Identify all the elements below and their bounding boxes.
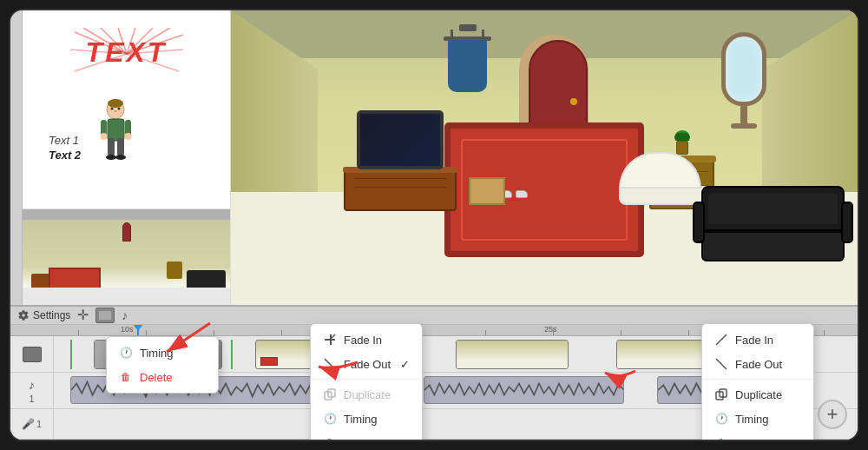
svg-point-14 bbox=[111, 108, 114, 110]
coat-rack bbox=[444, 36, 491, 41]
thumb-floor bbox=[23, 288, 230, 305]
svg-point-16 bbox=[115, 110, 117, 112]
crate bbox=[469, 177, 505, 205]
clip-marker-1 bbox=[70, 340, 72, 369]
ruler-label-10s: 10s bbox=[121, 325, 134, 334]
context-menu-left: 🕐 Timing 🗑 Delete bbox=[106, 336, 219, 394]
svg-point-23 bbox=[125, 133, 132, 140]
context-menu-mid: Fade In Fade Out Duplicate 🕐 bbox=[310, 323, 423, 441]
plant bbox=[674, 130, 690, 155]
clip-marker-2 bbox=[231, 340, 233, 369]
fadeout-icon-mid bbox=[323, 357, 337, 371]
add-button[interactable]: + bbox=[818, 400, 847, 429]
track-controls-mic: 🎤 1 bbox=[10, 409, 54, 439]
svg-line-32 bbox=[716, 334, 727, 345]
thumb-door bbox=[122, 222, 131, 242]
trash-icon-left: 🗑 bbox=[119, 370, 133, 384]
svg-line-29 bbox=[325, 359, 335, 369]
room-scene bbox=[231, 10, 858, 305]
audio-level-label: 1 bbox=[30, 394, 35, 404]
bench bbox=[619, 152, 714, 205]
menu-item-delete-mid[interactable]: 🗑 Delete bbox=[311, 431, 422, 441]
timeline-area: Settings ✛ ♪ bbox=[10, 305, 858, 440]
svg-rect-18 bbox=[108, 138, 115, 156]
menu-item-fadein-right[interactable]: Fade In bbox=[702, 328, 813, 352]
thumb-sofa bbox=[187, 270, 226, 289]
mic-icon: 🎤 bbox=[22, 418, 35, 430]
menu-item-timing-left[interactable]: 🕐 Timing bbox=[107, 341, 218, 365]
svg-rect-17 bbox=[108, 119, 124, 141]
context-menu-right: Fade In Fade Out Duplicate 🕐 bbox=[701, 323, 814, 441]
svg-point-13 bbox=[108, 99, 123, 108]
mic-level: 1 bbox=[36, 420, 42, 429]
clock-icon-mid: 🕐 bbox=[323, 412, 337, 426]
track-controls-scene bbox=[10, 336, 54, 372]
menu-item-delete-right[interactable]: 🗑 Delete bbox=[702, 431, 813, 441]
tv-stand-group bbox=[344, 169, 457, 211]
ruler-label-25s: 25s bbox=[544, 325, 557, 334]
waveform-clip-2[interactable] bbox=[424, 376, 625, 404]
menu-item-fadeout-right[interactable]: Fade Out bbox=[702, 352, 813, 376]
sidebar-thumbnail[interactable] bbox=[23, 209, 230, 305]
scene-track-icon bbox=[23, 347, 42, 362]
timeline-tracks: ♪ 1 bbox=[10, 336, 858, 440]
thumb-rug bbox=[49, 268, 101, 289]
sofa bbox=[701, 186, 845, 261]
trash-icon-mid: 🗑 bbox=[323, 436, 337, 441]
text-title-label: TEXT bbox=[40, 36, 213, 69]
waveform-svg-2 bbox=[424, 377, 624, 403]
audio-tool[interactable]: ♪ bbox=[122, 308, 128, 322]
menu-item-fadein-mid[interactable]: Fade In bbox=[311, 328, 422, 352]
svg-rect-19 bbox=[117, 138, 124, 156]
fadeout-icon-right bbox=[714, 357, 728, 371]
text-label-2: Text 2 bbox=[49, 149, 81, 162]
canvas-area bbox=[231, 10, 858, 305]
settings-label: Settings bbox=[33, 309, 70, 321]
svg-point-24 bbox=[106, 155, 116, 160]
clock-icon-right: 🕐 bbox=[714, 412, 728, 426]
mirror bbox=[721, 32, 766, 129]
menu-item-duplicate-mid: Duplicate bbox=[311, 382, 422, 407]
text-labels: Text 1 Text 2 bbox=[49, 134, 81, 162]
fadein-icon-right bbox=[714, 333, 728, 347]
duplicate-icon-right bbox=[714, 387, 728, 401]
image-tool[interactable] bbox=[95, 308, 115, 323]
audio-note-icon: ♪ bbox=[29, 378, 35, 392]
sidebar-slide-panel: TEXT Text 1 Text 2 bbox=[23, 10, 230, 209]
svg-point-25 bbox=[115, 155, 126, 160]
playhead-triangle bbox=[133, 325, 143, 331]
menu-item-duplicate-right[interactable]: Duplicate bbox=[702, 382, 813, 407]
move-tool[interactable]: ✛ bbox=[77, 307, 89, 323]
duplicate-icon-mid bbox=[323, 387, 337, 401]
trash-icon-right: 🗑 bbox=[714, 436, 728, 441]
menu-divider-mid bbox=[311, 379, 422, 380]
app-left-strip bbox=[10, 10, 23, 305]
playhead[interactable] bbox=[137, 325, 139, 335]
thumb-scene bbox=[23, 209, 230, 305]
text-slide: TEXT Text 1 Text 2 bbox=[31, 28, 221, 170]
menu-divider-right bbox=[702, 379, 813, 380]
gear-icon bbox=[17, 309, 30, 321]
text-label-1: Text 1 bbox=[49, 134, 81, 147]
menu-item-timing-right[interactable]: 🕐 Timing bbox=[702, 407, 813, 431]
track-controls-audio: ♪ 1 bbox=[10, 373, 54, 408]
tv bbox=[357, 110, 444, 169]
fadein-icon-mid bbox=[323, 333, 337, 347]
scene-clip-3[interactable] bbox=[456, 340, 569, 369]
thumb-dresser bbox=[167, 261, 182, 279]
door-knob bbox=[570, 98, 577, 105]
menu-item-fadeout-mid[interactable]: Fade Out bbox=[311, 352, 422, 376]
thumb-ceiling bbox=[23, 209, 230, 220]
app-container: TEXT Text 1 Text 2 bbox=[9, 9, 859, 441]
sidebar: TEXT Text 1 Text 2 bbox=[23, 10, 231, 305]
clock-icon-left: 🕐 bbox=[119, 346, 133, 360]
character-figure bbox=[96, 99, 135, 162]
svg-line-33 bbox=[716, 359, 727, 369]
character-row: Text 1 Text 2 bbox=[40, 99, 213, 162]
svg-point-15 bbox=[118, 108, 121, 110]
timeline-toolbar: Settings ✛ ♪ bbox=[10, 307, 858, 325]
settings-button[interactable]: Settings bbox=[17, 309, 70, 321]
main-area: TEXT Text 1 Text 2 bbox=[10, 10, 858, 305]
menu-item-timing-mid[interactable]: 🕐 Timing bbox=[311, 407, 422, 431]
menu-item-delete-left[interactable]: 🗑 Delete bbox=[107, 365, 218, 389]
